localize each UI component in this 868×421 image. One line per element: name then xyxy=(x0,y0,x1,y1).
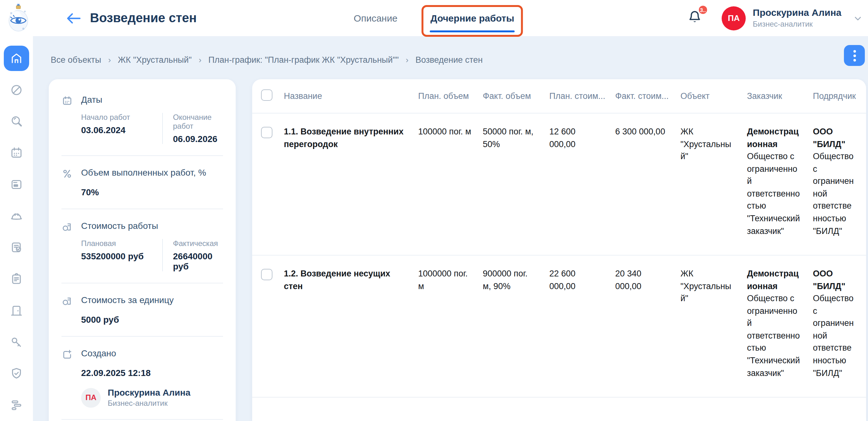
sidebar-item-search[interactable] xyxy=(0,106,33,137)
start-value: 03.06.2024 xyxy=(81,125,153,135)
unit-cost-title: Стоимость за единицу xyxy=(81,295,223,305)
contractor-title: ООО "БИЛД" xyxy=(813,127,845,149)
column-header-customer[interactable]: Заказчик xyxy=(747,91,813,101)
cell-object: ЖК "Хрустальный" xyxy=(680,268,747,379)
kebab-dot xyxy=(853,54,856,57)
cell-plan-volume: 100000 пог. м xyxy=(418,125,483,237)
circle-slash-icon xyxy=(9,83,24,97)
clipboard-list-icon xyxy=(9,272,24,286)
user-menu-chevron[interactable] xyxy=(853,13,863,23)
sidebar-item-calendar[interactable] xyxy=(0,137,33,169)
breadcrumb-item[interactable]: ЖК "Хрустальный" xyxy=(118,55,192,65)
creator-role: Бизнес-аналитик xyxy=(108,399,190,408)
fact-cost-label: Фактическая xyxy=(173,239,218,248)
sidebar-item-construction[interactable] xyxy=(0,200,33,232)
column-header-name[interactable]: Название xyxy=(284,91,418,101)
created-by: ПА Проскурина Алина Бизнес-аналитик xyxy=(81,387,223,408)
details-panel: Даты Начало работ 03.06.2024 Окончание р… xyxy=(49,79,236,421)
kebab-dot xyxy=(853,50,856,52)
cost-section: Стоимость работы Плановая 535200000 руб … xyxy=(49,221,236,271)
tab-description[interactable]: Описание xyxy=(354,13,398,24)
notifications-badge: 3.. xyxy=(697,4,708,15)
tab-description-label: Описание xyxy=(354,13,398,24)
back-arrow-icon xyxy=(66,12,81,24)
breadcrumb-item[interactable]: Все объекты xyxy=(51,55,101,65)
content: Даты Начало работ 03.06.2024 Окончание р… xyxy=(33,79,868,421)
gantt-bars-icon xyxy=(9,398,24,412)
row-checkbox[interactable] xyxy=(261,127,273,138)
app-logo-icon[interactable]: ✻ ✻ ✻ xyxy=(4,2,33,35)
end-value: 06.09.2026 xyxy=(173,134,217,144)
divider xyxy=(61,419,223,420)
dates-title: Даты xyxy=(81,94,223,104)
end-label: Окончание работ xyxy=(173,113,217,130)
customer-description: Общество с ограниченной ответственностью… xyxy=(747,152,800,236)
sidebar-item-home[interactable] xyxy=(0,42,33,74)
user-avatar[interactable]: ПА xyxy=(722,6,746,30)
created-icon xyxy=(61,348,73,408)
customer-title: Демонстрационная xyxy=(747,269,799,291)
tab-child-works-label: Дочерние работы xyxy=(431,13,515,24)
sidebar-item-blocked[interactable] xyxy=(0,74,33,106)
sidebar-item-gantt[interactable] xyxy=(0,390,33,421)
column-header-contractor[interactable]: Подрядчик xyxy=(813,91,866,101)
breadcrumb-item[interactable]: План-график: "План-график ЖК "Хрустальны… xyxy=(209,55,399,65)
svg-text:✻: ✻ xyxy=(10,11,12,14)
cell-fact-volume: 50000 пог. м, 50% xyxy=(483,125,549,237)
top-bar: ✻ ✻ ✻ Возведение стен Описание Дочерние … xyxy=(0,0,868,36)
sidebar-item-card[interactable] xyxy=(0,169,33,200)
percent-icon xyxy=(61,168,73,197)
column-header-object[interactable]: Объект xyxy=(680,91,747,101)
fact-cost-value: 26640000 руб xyxy=(173,251,218,271)
cell-contractor: ООО "БИЛД" Общество с ограниченной ответ… xyxy=(813,268,866,379)
contractor-title: ООО "БИЛД" xyxy=(813,269,845,291)
customer-title: Демонстрационная xyxy=(747,127,799,149)
top-right-controls: 3.. ПА Проскурина Алина Бизнес-аналитик xyxy=(687,0,863,36)
breadcrumb-item[interactable]: Возведение стен xyxy=(415,55,483,65)
customer-description: Общество с ограниченной ответственностью… xyxy=(747,294,800,378)
table-row[interactable]: 1.2. Возведение несущих стен 1000000 пог… xyxy=(252,255,866,397)
progress-value: 70% xyxy=(81,187,223,197)
divider xyxy=(61,155,223,156)
table-row[interactable]: 1.1. Возведение внутренних перегородок 1… xyxy=(252,114,866,255)
tab-bar: Описание Дочерние работы xyxy=(354,0,515,36)
sidebar-item-security[interactable] xyxy=(0,358,33,390)
select-all-checkbox[interactable] xyxy=(261,89,273,101)
app-root: ✻ ✻ ✻ Возведение стен Описание Дочерние … xyxy=(0,0,868,421)
divider xyxy=(61,209,223,209)
plan-cost-label: Плановая xyxy=(81,239,153,248)
column-header-plan-cost[interactable]: План. стоим... xyxy=(549,91,615,101)
sidebar-item-approvals[interactable] xyxy=(0,232,33,264)
row-checkbox[interactable] xyxy=(261,269,273,280)
contractor-description: Общество с ограниченной ответственностью… xyxy=(813,294,854,378)
created-title: Создано xyxy=(81,348,223,358)
created-section: Создано 22.09.2025 12:18 ПА Проскурина А… xyxy=(49,348,236,408)
sidebar-item-rooms[interactable] xyxy=(0,295,33,327)
unit-cost-value: 5000 руб xyxy=(81,314,223,325)
cell-plan-volume: 1000000 пог. м xyxy=(418,268,483,379)
sidebar-item-tasks[interactable] xyxy=(0,264,33,295)
cell-customer: Демонстрационная Общество с ограниченной… xyxy=(747,268,813,379)
cell-fact-cost: 6 300 000,00 xyxy=(615,125,680,237)
user-role: Бизнес-аналитик xyxy=(753,20,841,29)
cell-name: 1.1. Возведение внутренних перегородок xyxy=(284,125,418,237)
column-header-fact-cost[interactable]: Факт. стоим... xyxy=(615,91,680,101)
active-tab-underline xyxy=(430,30,515,32)
created-datetime: 22.09.2025 12:18 xyxy=(81,368,223,378)
svg-text:✻: ✻ xyxy=(22,27,25,30)
column-header-plan-volume[interactable]: План. объем xyxy=(418,91,483,101)
progress-section: Объем выполненных работ, % 70% xyxy=(49,168,236,197)
unit-cost-section: Стоимость за единицу 5000 руб xyxy=(49,295,236,325)
column-header-fact-volume[interactable]: Факт. объем xyxy=(483,91,549,101)
notifications-button[interactable]: 3.. xyxy=(687,9,703,27)
start-label: Начало работ xyxy=(81,113,153,122)
sidebar-item-access[interactable] xyxy=(0,327,33,358)
tab-child-works[interactable]: Дочерние работы xyxy=(431,13,515,24)
home-icon xyxy=(4,46,29,71)
breadcrumb-bar: Все объекты›ЖК "Хрустальный"›План-график… xyxy=(33,36,868,79)
more-actions-button[interactable] xyxy=(844,45,865,66)
back-button[interactable] xyxy=(66,12,81,24)
cost-icon xyxy=(61,221,73,271)
unit-cost-icon xyxy=(61,295,73,325)
cell-fact-volume: 900000 пог. м, 90% xyxy=(483,268,549,379)
